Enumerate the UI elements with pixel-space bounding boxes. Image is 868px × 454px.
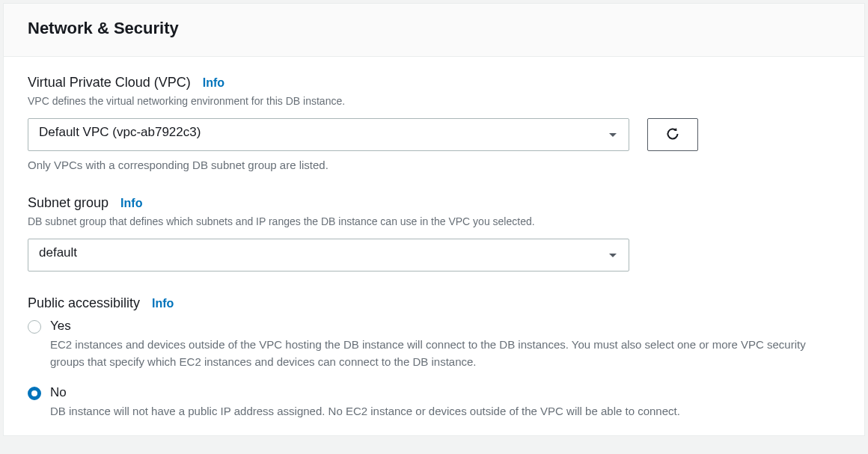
subnet-label: Subnet group xyxy=(28,195,109,211)
radio-icon-checked xyxy=(28,387,41,400)
vpc-info-link[interactable]: Info xyxy=(203,76,224,90)
vpc-hint: Only VPCs with a corresponding DB subnet… xyxy=(28,159,840,171)
vpc-description: VPC defines the virtual networking envir… xyxy=(28,93,840,109)
radio-content-no: No DB instance will not have a public IP… xyxy=(50,385,840,420)
vpc-label-row: Virtual Private Cloud (VPC) Info xyxy=(28,75,840,91)
public-radio-group: Yes EC2 instances and devices outside of… xyxy=(28,319,840,420)
vpc-select-wrap: Default VPC (vpc-ab7922c3) xyxy=(28,118,629,151)
subnet-select[interactable]: default xyxy=(28,239,629,272)
subnet-field: Subnet group Info DB subnet group that d… xyxy=(28,195,840,272)
public-label: Public accessibility xyxy=(28,295,140,311)
subnet-info-link[interactable]: Info xyxy=(120,197,142,210)
radio-icon xyxy=(28,320,41,334)
public-info-link[interactable]: Info xyxy=(152,297,174,310)
radio-content-yes: Yes EC2 instances and devices outside of… xyxy=(50,319,840,370)
public-label-row: Public accessibility Info xyxy=(28,295,840,311)
subnet-label-row: Subnet group Info xyxy=(28,195,840,211)
vpc-field: Virtual Private Cloud (VPC) Info VPC def… xyxy=(28,75,840,171)
vpc-select[interactable]: Default VPC (vpc-ab7922c3) xyxy=(28,118,629,151)
refresh-icon xyxy=(665,126,680,144)
subnet-select-wrap: default xyxy=(28,239,629,272)
subnet-description: DB subnet group that defines which subne… xyxy=(28,214,840,230)
panel-title: Network & Security xyxy=(28,19,840,38)
public-accessibility-field: Public accessibility Info Yes EC2 instan… xyxy=(28,295,840,420)
radio-label-yes: Yes xyxy=(50,319,840,334)
subnet-select-row: default xyxy=(28,239,840,272)
panel-body: Virtual Private Cloud (VPC) Info VPC def… xyxy=(4,57,864,420)
radio-description-no: DB instance will not have a public IP ad… xyxy=(50,403,840,420)
public-radio-no[interactable]: No DB instance will not have a public IP… xyxy=(28,385,840,420)
network-security-panel: Network & Security Virtual Private Cloud… xyxy=(3,3,865,436)
vpc-refresh-button[interactable] xyxy=(647,118,698,151)
public-radio-yes[interactable]: Yes EC2 instances and devices outside of… xyxy=(28,319,840,370)
radio-description-yes: EC2 instances and devices outside of the… xyxy=(50,337,840,370)
radio-label-no: No xyxy=(50,385,840,400)
panel-header: Network & Security xyxy=(4,4,864,57)
vpc-label: Virtual Private Cloud (VPC) xyxy=(28,75,191,91)
vpc-select-row: Default VPC (vpc-ab7922c3) xyxy=(28,118,840,151)
